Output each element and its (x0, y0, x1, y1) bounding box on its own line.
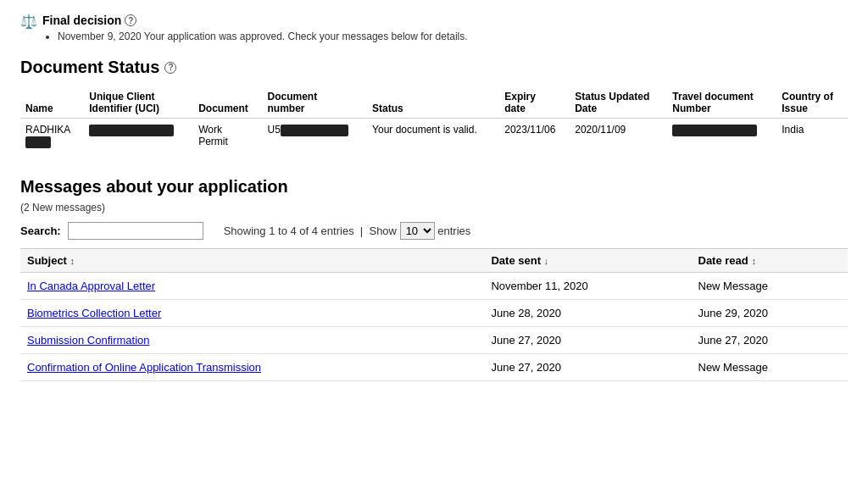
date-read-sort-icon[interactable]: ↕ (751, 256, 756, 266)
message-row: Submission ConfirmationJune 27, 2020June… (20, 326, 848, 353)
message-date-read: New Message (692, 353, 849, 380)
col-subject-header[interactable]: Subject ↕ (20, 248, 484, 272)
messages-controls: Search: Showing 1 to 4 of 4 entries | Sh… (20, 222, 848, 240)
final-decision-title: Final decision ? (42, 14, 468, 27)
scales-icon: ⚖️ (20, 14, 37, 30)
col-status: Status (367, 87, 499, 119)
message-subject: Biometrics Collection Letter (20, 299, 484, 326)
message-row: Confirmation of Online Application Trans… (20, 353, 848, 380)
message-subject-link[interactable]: In Canada Approval Letter (27, 280, 155, 292)
final-decision-section: ⚖️ Final decision ? November 9, 2020 You… (20, 14, 848, 42)
messages-table: Subject ↕ Date sent ↓ Date read ↕ In Can… (20, 248, 848, 381)
message-subject-link[interactable]: Submission Confirmation (27, 334, 150, 347)
final-decision-title-text: Final decision (42, 14, 121, 27)
doc-number: U5 (263, 119, 368, 153)
col-status-updated: Status UpdatedDate (570, 87, 667, 119)
message-subject-link[interactable]: Confirmation of Online Application Trans… (27, 361, 261, 374)
travel-doc-redacted (672, 125, 757, 136)
entries-per-page-select[interactable]: 10 25 50 (400, 222, 435, 240)
name-redacted (25, 136, 51, 148)
col-uci: Unique ClientIdentifier (UCI) (84, 87, 193, 119)
message-date-sent: November 11, 2020 (484, 272, 691, 299)
doc-uci (84, 119, 193, 153)
message-subject: Confirmation of Online Application Trans… (20, 353, 484, 380)
messages-title: Messages about your application (20, 177, 848, 197)
docnum-redacted (281, 125, 348, 136)
doc-expiry: 2023/11/06 (499, 119, 570, 153)
document-row: RADHIKA WorkPermit U5 Your document is v… (20, 119, 848, 153)
doc-travel-number (667, 119, 776, 153)
final-decision-message: November 9, 2020 Your application was ap… (58, 30, 468, 42)
col-name: Name (20, 87, 84, 119)
search-input[interactable] (68, 222, 203, 240)
final-decision-help-icon[interactable]: ? (125, 14, 136, 26)
message-subject-link[interactable]: Biometrics Collection Letter (27, 307, 161, 319)
doc-name: RADHIKA (20, 119, 84, 153)
doc-type: WorkPermit (193, 119, 262, 153)
message-row: In Canada Approval LetterNovember 11, 20… (20, 272, 848, 299)
message-date-sent: June 27, 2020 (484, 326, 691, 353)
col-expiry: Expirydate (499, 87, 570, 119)
col-country: Country ofIssue (776, 87, 848, 119)
message-date-sent: June 28, 2020 (484, 299, 691, 326)
message-date-read: June 27, 2020 (692, 326, 849, 353)
message-date-read: June 29, 2020 (692, 299, 849, 326)
search-label: Search: (20, 225, 61, 237)
message-row: Biometrics Collection LetterJune 28, 202… (20, 299, 848, 326)
document-status-table: Name Unique ClientIdentifier (UCI) Docum… (20, 87, 848, 153)
message-date-sent: June 27, 2020 (484, 353, 691, 380)
document-status-section: Document Status ? Name Unique ClientIden… (20, 58, 848, 153)
showing-info: Showing 1 to 4 of 4 entries | Show 10 25… (224, 222, 471, 240)
message-date-read: New Message (692, 272, 849, 299)
document-status-help-icon[interactable]: ? (164, 62, 176, 74)
message-subject: Submission Confirmation (20, 326, 484, 353)
col-date-read-header[interactable]: Date read ↕ (692, 248, 849, 272)
messages-section: Messages about your application (2 New m… (20, 177, 848, 381)
subject-sort-icon[interactable]: ↕ (70, 256, 75, 266)
uci-redacted (89, 125, 174, 136)
new-messages-count: (2 New messages) (20, 202, 848, 214)
date-sent-sort-icon[interactable]: ↓ (544, 256, 549, 266)
doc-status: Your document is valid. (367, 119, 499, 153)
document-status-title: Document Status ? (20, 58, 848, 77)
col-date-sent-header[interactable]: Date sent ↓ (484, 248, 691, 272)
col-document: Document (193, 87, 262, 119)
message-subject: In Canada Approval Letter (20, 272, 484, 299)
col-doc-number: Documentnumber (263, 87, 368, 119)
doc-country: India (776, 119, 848, 153)
doc-status-updated: 2020/11/09 (570, 119, 667, 153)
col-travel-doc: Travel documentNumber (667, 87, 776, 119)
